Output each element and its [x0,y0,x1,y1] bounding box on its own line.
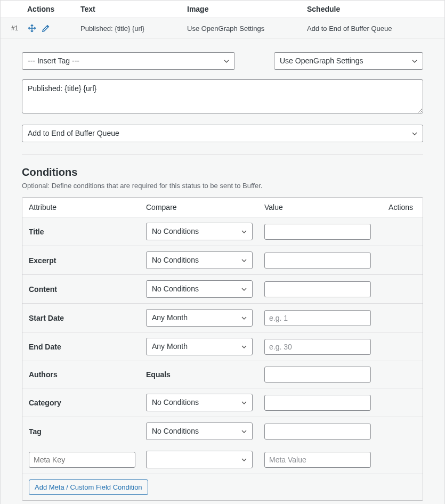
condition-compare-select[interactable]: Any Month [146,309,253,327]
condition-attribute: Title [29,227,146,236]
conditions-header-row: Attribute Compare Value Actions [22,198,423,217]
header-actions: Actions [22,5,80,13]
condition-attribute: Category [29,399,146,407]
meta-compare-select[interactable] [146,451,253,468]
summary-schedule: Add to End of Buffer Queue [307,25,444,32]
conditions-subtitle: Optional: Define conditions that are req… [22,182,423,190]
conditions-row: Start DateAny Month [22,304,423,332]
condition-compare-select[interactable]: No Conditions [146,394,253,411]
condition-attribute: Excerpt [29,256,146,265]
header-schedule: Schedule [307,5,444,13]
condition-attribute: End Date [29,343,146,351]
condition-value-input[interactable] [264,424,371,440]
condition-value-input[interactable] [264,281,371,297]
image-source-select[interactable]: Use OpenGraph Settings [274,52,423,70]
condition-value-input[interactable] [264,253,371,269]
meta-key-input[interactable] [29,452,135,468]
conditions-row: TagNo Conditions [22,417,423,445]
condition-value-input[interactable] [264,395,371,411]
schedule-select[interactable]: Add to End of Buffer Queue [22,125,423,142]
conditions-row: End DateAny Month [22,332,423,361]
header-image: Image [187,5,307,13]
conditions-title: Conditions [22,166,423,178]
status-editor: --- Insert Tag --- Use OpenGraph Setting… [1,39,444,504]
condition-value-input[interactable] [264,339,371,355]
conditions-row: CategoryNo Conditions [22,388,423,417]
condition-compare-select[interactable]: No Conditions [146,251,253,269]
conditions-row: AuthorsEquals [22,361,423,388]
condition-attribute: Authors [29,370,146,379]
conditions-row: ExcerptNo Conditions [22,246,423,275]
insert-tag-select[interactable]: --- Insert Tag --- [22,52,235,70]
meta-value-input[interactable] [264,452,371,468]
condition-value-input[interactable] [264,367,371,383]
condition-compare-select[interactable]: No Conditions [146,280,253,298]
summary-image: Use OpenGraph Settings [187,25,307,32]
status-panel: Actions Text Image Schedule #1 Published… [0,0,445,504]
condition-value-input[interactable] [264,310,371,326]
condition-attribute: Tag [29,427,146,436]
condition-attribute: Content [29,285,146,294]
header-text: Text [80,5,187,13]
conditions-meta-row [22,445,423,474]
divider [22,154,423,155]
condition-value-input[interactable] [264,224,371,240]
status-summary-row: #1 Published: {title} {url} Use OpenGrap… [1,18,444,39]
add-meta-button[interactable]: Add Meta / Custom Field Condition [29,479,148,495]
status-message-textarea[interactable] [22,79,423,113]
edit-icon[interactable] [41,23,51,33]
conditions-table: Attribute Compare Value Actions TitleNo … [22,197,423,501]
conditions-row: TitleNo Conditions [22,217,423,246]
condition-compare-static: Equals [146,370,171,379]
condition-compare-select[interactable]: No Conditions [146,223,253,240]
conditions-row: ContentNo Conditions [22,275,423,304]
summary-text: Published: {title} {url} [80,25,187,32]
condition-attribute: Start Date [29,314,146,322]
row-index: #1 [1,25,22,32]
move-icon[interactable] [27,23,37,33]
condition-compare-select[interactable]: No Conditions [146,422,253,440]
table-header-row: Actions Text Image Schedule [1,1,444,18]
condition-compare-select[interactable]: Any Month [146,338,253,355]
